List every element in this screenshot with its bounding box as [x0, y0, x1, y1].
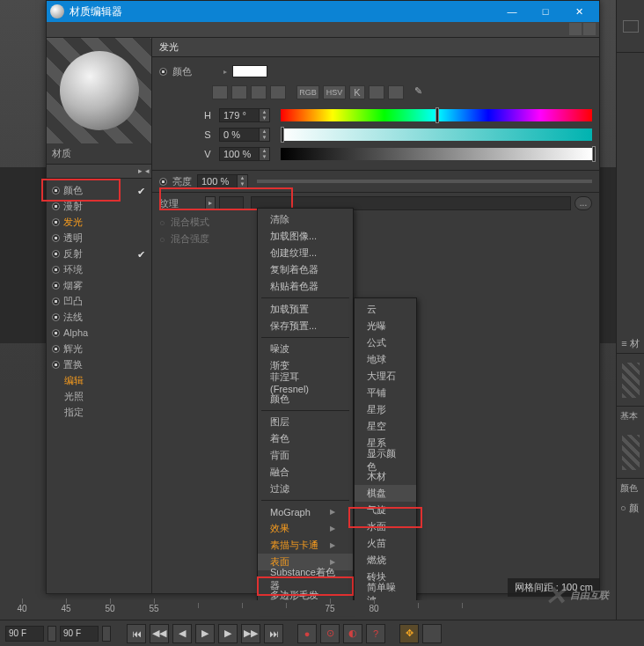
goto-end-button[interactable]: ⏭ — [264, 624, 283, 643]
menu-item[interactable]: 大理石 — [355, 368, 416, 385]
spinner[interactable] — [102, 626, 111, 642]
surface-submenu[interactable]: 云光曝公式地球大理石平铺星形星空星系显示颜色木材棋盘气旋水面火苗燃烧砖块简单噪波 — [354, 297, 417, 606]
menu-item[interactable]: 云 — [355, 301, 416, 318]
play-button[interactable]: ▶ — [195, 624, 215, 643]
picker-icon-1[interactable] — [212, 85, 228, 99]
channel-reflect[interactable]: 反射✔ — [48, 246, 150, 261]
channel-assign[interactable]: 指定 — [48, 404, 150, 420]
menu-item[interactable]: 光曝 — [355, 318, 416, 334]
prev-key-button[interactable]: ◀◀ — [150, 624, 169, 643]
channel-bump[interactable]: 凹凸 — [48, 293, 150, 309]
menu-item[interactable]: 燃烧 — [355, 552, 416, 569]
menu-item[interactable]: 加载预置 — [258, 301, 353, 318]
channel-radio[interactable] — [52, 297, 60, 305]
brightness-spinner[interactable]: ▲▼ — [238, 174, 248, 188]
minimize-button[interactable]: — — [495, 1, 529, 22]
expand-icon[interactable]: ▸ — [223, 68, 227, 76]
menu-item[interactable]: 粘贴着色器 — [258, 278, 353, 295]
tool-button[interactable] — [422, 624, 442, 643]
picker-icon-6[interactable] — [388, 85, 404, 99]
menu-item[interactable]: 加载图像... — [258, 228, 353, 245]
menu-item[interactable]: 创建纹理... — [258, 245, 353, 261]
texture-browse-button[interactable]: ... — [574, 196, 592, 210]
menu-item[interactable]: 背面 — [258, 447, 353, 464]
menu-item[interactable]: 星空 — [355, 418, 416, 435]
menu-item[interactable]: 木材 — [355, 468, 416, 485]
hue-slider[interactable] — [281, 109, 592, 121]
channel-luminance[interactable]: 发光 — [48, 214, 150, 230]
s-spinner[interactable]: ▲▼ — [260, 128, 270, 142]
timeline-ruler[interactable]: 404550557580 — [0, 600, 616, 616]
maximize-button[interactable]: □ — [529, 1, 562, 22]
menu-item[interactable]: 星形 — [355, 401, 416, 418]
channel-radio[interactable] — [52, 361, 60, 369]
texture-menu-arrow[interactable]: ▸ — [205, 196, 216, 210]
menu-item[interactable]: 过滤 — [258, 481, 353, 497]
record-button[interactable]: ● — [297, 624, 317, 643]
channel-color[interactable]: 颜色✔ — [48, 182, 150, 198]
channel-diffuse[interactable]: 漫射 — [48, 198, 150, 214]
channel-radio[interactable] — [52, 282, 60, 290]
channel-radio[interactable] — [52, 329, 60, 337]
s-input[interactable] — [219, 128, 260, 142]
channel-glow[interactable]: 辉光 — [48, 341, 150, 356]
v-input[interactable] — [219, 147, 260, 161]
goto-start-button[interactable]: ⏮ — [127, 624, 146, 643]
menu-item[interactable]: 平铺 — [355, 385, 416, 401]
channel-edit[interactable]: 编辑 — [48, 372, 150, 388]
menu-item[interactable]: Substance着色器 — [258, 570, 353, 587]
menu-item[interactable]: 素描与卡通▶ — [258, 537, 353, 554]
menu-item[interactable]: 图层 — [258, 414, 353, 430]
brightness-input[interactable] — [197, 174, 238, 188]
frame-end-input[interactable] — [60, 626, 99, 642]
next-frame-button[interactable]: ▶ — [218, 624, 238, 643]
channel-fog[interactable]: 烟雾 — [48, 277, 150, 293]
rgb-button[interactable]: RGB — [296, 85, 319, 99]
texture-context-menu[interactable]: 清除加载图像...创建纹理...复制着色器粘贴着色器加载预置保存预置...噪波渐… — [257, 208, 354, 607]
channel-transparency[interactable]: 透明 — [48, 230, 150, 246]
key-options-button[interactable]: ◐ — [343, 624, 362, 643]
brightness-slider[interactable] — [257, 180, 592, 183]
channel-radio[interactable] — [52, 250, 60, 258]
channel-radio[interactable] — [52, 202, 60, 210]
k-button[interactable]: K — [349, 85, 365, 99]
channel-alpha[interactable]: Alpha — [48, 325, 150, 341]
menu-item[interactable]: 着色 — [258, 430, 353, 447]
hsv-button[interactable]: HSV — [323, 85, 346, 99]
menu-item[interactable]: 显示颜色 — [355, 451, 416, 468]
h-spinner[interactable]: ▲▼ — [260, 108, 270, 122]
menu-item[interactable]: 地球 — [355, 351, 416, 368]
next-key-button[interactable]: ▶▶ — [241, 624, 260, 643]
channel-radio[interactable] — [52, 266, 60, 274]
dock-icon[interactable] — [623, 20, 639, 33]
lock-icon[interactable] — [569, 23, 582, 35]
channel-radio[interactable] — [52, 313, 60, 321]
texture-swatch[interactable] — [219, 196, 244, 210]
channel-radio[interactable] — [52, 234, 60, 242]
menu-item[interactable]: MoGraph▶ — [258, 503, 353, 520]
channel-radio[interactable] — [52, 218, 60, 226]
dock-label-color[interactable]: 颜色 — [617, 479, 644, 498]
menu-item[interactable]: 棋盘 — [355, 485, 416, 502]
dock-label-col[interactable]: 颜 — [629, 503, 639, 513]
menu-item[interactable]: 火苗 — [355, 535, 416, 552]
v-spinner[interactable]: ▲▼ — [260, 147, 270, 161]
channel-radio[interactable] — [52, 345, 60, 353]
h-input[interactable] — [219, 108, 260, 122]
picker-icon-3[interactable] — [251, 85, 267, 99]
move-tool-button[interactable]: ✥ — [399, 624, 419, 643]
val-slider[interactable] — [281, 148, 592, 160]
menu-item[interactable]: 融合 — [258, 464, 353, 481]
menu-item[interactable]: 保存预置... — [258, 318, 353, 334]
spacer-row[interactable]: ▸ ◂ — [47, 165, 151, 179]
new-icon[interactable] — [583, 23, 596, 35]
eyedropper-icon[interactable]: ✎ — [414, 85, 430, 99]
dock-label-basic[interactable]: 基本 — [617, 407, 644, 426]
sat-slider[interactable] — [281, 128, 592, 141]
color-radio[interactable] — [159, 68, 167, 76]
key-help-button[interactable]: ? — [366, 624, 385, 643]
spinner[interactable] — [48, 626, 56, 642]
frame-start-input[interactable] — [5, 626, 44, 642]
menu-item[interactable]: 清除 — [258, 211, 353, 228]
menu-item[interactable]: 气旋 — [355, 502, 416, 518]
